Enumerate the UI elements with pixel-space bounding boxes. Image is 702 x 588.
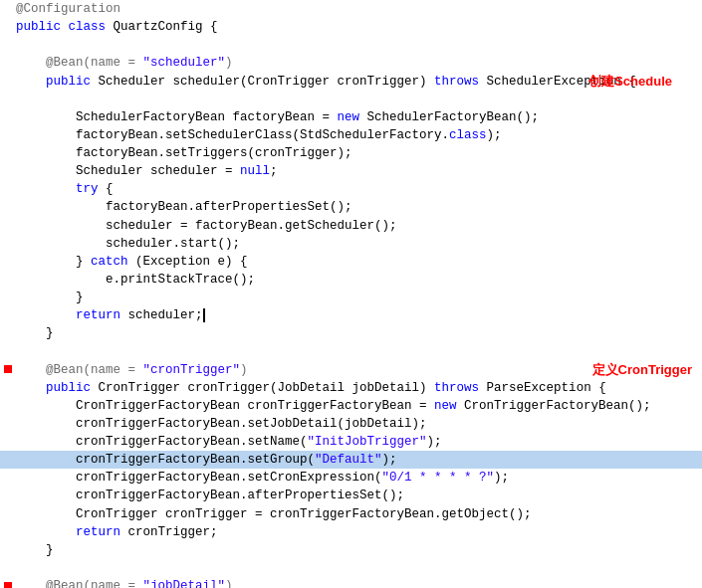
line-6 <box>0 91 702 108</box>
line-12: factoryBean.afterPropertiesSet(); <box>0 198 702 216</box>
annotation-schedule: 创建Schedule <box>588 73 672 92</box>
code-line-12: factoryBean.afterPropertiesSet(); <box>16 198 352 216</box>
line-28: cronTriggerFactoryBean.afterPropertiesSe… <box>0 487 702 504</box>
line-15: } catch (Exception e) { <box>0 253 702 271</box>
code-line-9: factoryBean.setTriggers(cronTrigger); <box>16 144 352 162</box>
line-26: cronTriggerFactoryBean.setGroup("Default… <box>0 451 702 469</box>
line-17: } <box>0 289 702 306</box>
code-line-13: scheduler = factoryBean.getScheduler(); <box>16 217 397 235</box>
code-line-18: return scheduler; <box>16 306 205 324</box>
code-line-2: public class QuartzConfig { <box>16 18 218 36</box>
breakpoint-21 <box>4 365 12 373</box>
code-line-33: @Bean(name = "jobDetail") <box>16 577 233 588</box>
line-9: factoryBean.setTriggers(cronTrigger); <box>0 144 702 162</box>
code-line-28: cronTriggerFactoryBean.afterPropertiesSe… <box>16 487 404 504</box>
code-line-27: cronTriggerFactoryBean.setCronExpression… <box>16 469 509 487</box>
line-23: CronTriggerFactoryBean cronTriggerFactor… <box>0 397 702 415</box>
line-27: cronTriggerFactoryBean.setCronExpression… <box>0 469 702 487</box>
line-4: @Bean(name = "scheduler") <box>0 54 702 72</box>
line-14: scheduler.start(); <box>0 235 702 253</box>
code-line-11: try { <box>16 180 114 198</box>
line-5: public Scheduler scheduler(CronTrigger c… <box>0 73 702 91</box>
line-32 <box>0 559 702 577</box>
code-line-3 <box>16 36 24 54</box>
code-line-20 <box>16 342 24 360</box>
line-7: SchedulerFactoryBean factoryBean = new S… <box>0 108 702 126</box>
text-cursor <box>203 308 205 322</box>
line-1: @Configuration <box>0 0 702 18</box>
annotation-crontrigger: 定义CronTrigger <box>592 361 692 380</box>
code-line-24: cronTriggerFactoryBean.setJobDetail(jobD… <box>16 415 427 433</box>
line-29: CronTrigger cronTrigger = cronTriggerFac… <box>0 505 702 523</box>
line-2: public class QuartzConfig { <box>0 18 702 36</box>
code-line-26: cronTriggerFactoryBean.setGroup("Default… <box>16 451 397 469</box>
code-line-6 <box>16 91 24 108</box>
code-line-4: @Bean(name = "scheduler") <box>16 54 233 72</box>
line-3 <box>0 36 702 54</box>
line-21: @Bean(name = "cronTrigger") 定义CronTrigge… <box>0 361 702 379</box>
code-line-5: public Scheduler scheduler(CronTrigger c… <box>16 73 636 91</box>
breakpoint-33 <box>4 582 12 588</box>
code-editor: @Configuration public class QuartzConfig… <box>0 0 702 588</box>
line-13: scheduler = factoryBean.getScheduler(); <box>0 217 702 235</box>
code-line-32 <box>16 559 24 577</box>
line-24: cronTriggerFactoryBean.setJobDetail(jobD… <box>0 415 702 433</box>
line-10: Scheduler scheduler = null; <box>0 162 702 180</box>
code-line-14: scheduler.start(); <box>16 235 240 253</box>
line-22: public CronTrigger cronTrigger(JobDetail… <box>0 379 702 397</box>
line-31: } <box>0 541 702 559</box>
line-8: factoryBean.setSchedulerClass(StdSchedul… <box>0 126 702 144</box>
code-line-23: CronTriggerFactoryBean cronTriggerFactor… <box>16 397 651 415</box>
line-25: cronTriggerFactoryBean.setName("InitJobT… <box>0 433 702 451</box>
code-line-15: } catch (Exception e) { <box>16 253 248 271</box>
code-line-19: } <box>16 324 54 342</box>
code-line-10: Scheduler scheduler = null; <box>16 162 278 180</box>
code-line-17: } <box>16 289 84 306</box>
line-20 <box>0 342 702 360</box>
code-line-30: return cronTrigger; <box>16 523 218 541</box>
gutter-33 <box>4 577 14 588</box>
line-19: } <box>0 324 702 342</box>
line-33: @Bean(name = "jobDetail") <box>0 577 702 588</box>
line-30: return cronTrigger; <box>0 523 702 541</box>
code-line-29: CronTrigger cronTrigger = cronTriggerFac… <box>16 505 532 523</box>
code-line-8: factoryBean.setSchedulerClass(StdSchedul… <box>16 126 502 144</box>
code-line-25: cronTriggerFactoryBean.setName("InitJobT… <box>16 433 442 451</box>
gutter-21 <box>4 361 14 379</box>
code-line-16: e.printStackTrace(); <box>16 271 255 289</box>
code-line-7: SchedulerFactoryBean factoryBean = new S… <box>16 108 539 126</box>
code-line-21: @Bean(name = "cronTrigger") <box>16 361 248 379</box>
line-16: e.printStackTrace(); <box>0 271 702 289</box>
line-18: return scheduler; <box>0 306 702 324</box>
code-line-22: public CronTrigger cronTrigger(JobDetail… <box>16 379 606 397</box>
code-line-1: @Configuration <box>16 0 120 18</box>
code-line-31: } <box>16 541 54 559</box>
line-11: try { <box>0 180 702 198</box>
